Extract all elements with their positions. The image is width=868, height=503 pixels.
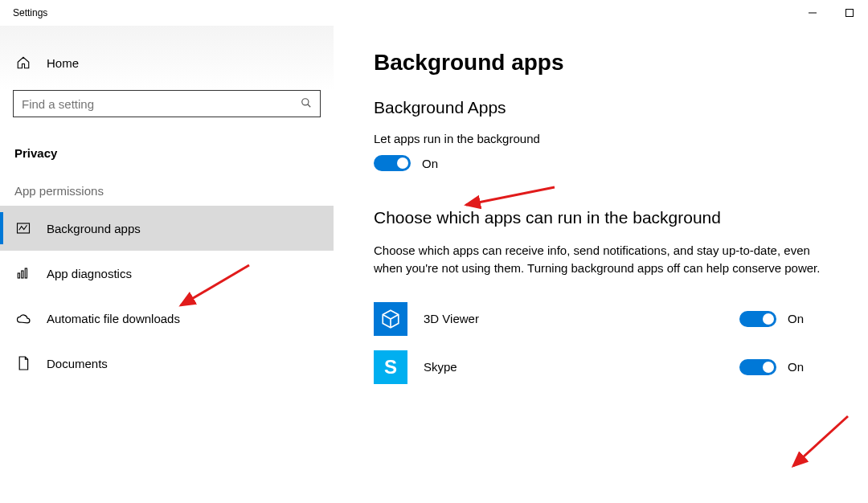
sidebar-item-label: Background apps: [47, 222, 141, 235]
app-toggle-state: On: [788, 360, 804, 374]
app-name: Skype: [424, 360, 739, 374]
document-icon: [14, 355, 32, 371]
skype-icon: S: [374, 350, 407, 384]
section-heading-choose: Choose which apps can run in the backgro…: [374, 208, 844, 227]
app-toggle-skype[interactable]: On: [739, 359, 804, 375]
cube-icon: [374, 302, 407, 336]
app-toggle-state: On: [788, 312, 804, 325]
svg-point-2: [302, 98, 309, 104]
svg-line-3: [308, 104, 311, 107]
window-title: Settings: [13, 7, 47, 18]
page-title: Background apps: [374, 50, 844, 76]
svg-rect-1: [846, 10, 854, 17]
sidebar-item-documents[interactable]: Documents: [0, 341, 334, 386]
activity-icon: [14, 221, 32, 235]
master-toggle[interactable]: On: [374, 155, 438, 171]
master-toggle-state: On: [422, 157, 438, 170]
svg-rect-6: [22, 271, 23, 278]
sidebar-item-label: Automatic file downloads: [47, 312, 180, 325]
app-row-skype: S Skype On: [374, 343, 844, 391]
toggle-track: [739, 359, 776, 375]
window-controls: [794, 0, 868, 26]
home-link[interactable]: Home: [0, 42, 334, 84]
app-row-3d-viewer: 3D Viewer On: [374, 295, 844, 343]
category-heading: Privacy: [0, 137, 334, 184]
section-label: App permissions: [0, 184, 334, 206]
search-input[interactable]: [22, 97, 301, 111]
search-box[interactable]: [13, 90, 321, 117]
diagnostics-icon: [14, 266, 32, 280]
app-name: 3D Viewer: [424, 312, 739, 325]
app-toggle-3d-viewer[interactable]: On: [739, 311, 804, 327]
master-toggle-label: Let apps run in the background: [374, 132, 844, 145]
cloud-icon: [14, 312, 32, 325]
svg-rect-7: [25, 268, 27, 278]
toggle-track: [739, 311, 776, 327]
maximize-button[interactable]: [831, 0, 868, 26]
search-icon: [301, 97, 312, 111]
svg-rect-5: [18, 273, 19, 278]
sidebar-item-background-apps[interactable]: Background apps: [0, 206, 334, 251]
titlebar: Settings: [0, 0, 868, 26]
sidebar-item-automatic-file-downloads[interactable]: Automatic file downloads: [0, 296, 334, 341]
content-pane: Background apps Background Apps Let apps…: [334, 26, 868, 503]
sidebar-item-label: Documents: [47, 357, 108, 370]
sidebar-item-app-diagnostics[interactable]: App diagnostics: [0, 251, 334, 296]
section-heading-master: Background Apps: [374, 98, 844, 117]
minimize-button[interactable]: [794, 0, 831, 26]
sidebar-item-label: App diagnostics: [47, 267, 132, 280]
section-description: Choose which apps can receive info, send…: [374, 242, 824, 277]
home-icon: [14, 55, 32, 70]
toggle-track: [374, 155, 411, 171]
home-label: Home: [47, 56, 79, 70]
sidebar: Home Privacy App permissions Background …: [0, 26, 334, 503]
